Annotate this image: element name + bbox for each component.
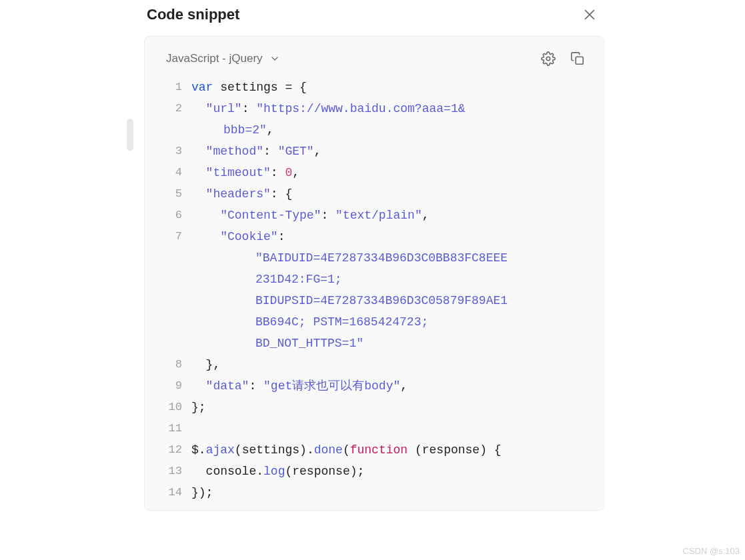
line-number: 5	[159, 183, 191, 205]
svg-rect-3	[576, 57, 583, 64]
modal-header: Code snippet	[144, 3, 604, 36]
code-content: });	[191, 482, 589, 503]
close-button[interactable]	[580, 5, 599, 24]
code-line: 10};	[159, 397, 589, 418]
line-number: 6	[159, 205, 191, 226]
line-number: 2	[159, 98, 191, 119]
code-line: 13 console.log(response);	[159, 461, 589, 482]
line-number: 11	[159, 418, 191, 439]
code-panel: JavaScript - jQuery	[144, 36, 604, 511]
language-label: JavaScript - jQuery	[166, 52, 263, 65]
code-content: };	[191, 397, 589, 418]
copy-button[interactable]	[570, 51, 585, 66]
code-content: "timeout": 0,	[191, 162, 589, 183]
code-line: 2 "url": "https://www.baidu.com?aaa=1&bb…	[159, 98, 589, 141]
code-content: var settings = {	[191, 77, 589, 98]
code-content: "Cookie":"BAIDUID=4E7287334B96D3C0BB83FC…	[191, 226, 589, 354]
line-number: 7	[159, 226, 191, 247]
code-line: 12$.ajax(settings).done(function (respon…	[159, 439, 589, 461]
copy-icon	[570, 51, 585, 66]
code-content: "method": "GET",	[191, 141, 589, 162]
code-line: 8 },	[159, 354, 589, 375]
code-content: "data": "get请求也可以有body",	[191, 375, 589, 397]
line-number: 14	[159, 482, 191, 503]
line-number: 10	[159, 397, 191, 418]
settings-button[interactable]	[541, 51, 556, 66]
code-line: 1var settings = {	[159, 77, 589, 98]
code-line: 11	[159, 418, 589, 439]
modal-title: Code snippet	[147, 6, 239, 23]
code-line: 9 "data": "get请求也可以有body",	[159, 375, 589, 397]
line-number: 4	[159, 162, 191, 183]
gear-icon	[541, 51, 556, 66]
line-number: 3	[159, 141, 191, 162]
panel-actions	[541, 51, 585, 66]
code-line: 3 "method": "GET",	[159, 141, 589, 162]
code-content: },	[191, 354, 589, 375]
line-number: 8	[159, 354, 191, 375]
line-number: 9	[159, 375, 191, 397]
code-line: 4 "timeout": 0,	[159, 162, 589, 183]
code-line: 5 "headers": {	[159, 183, 589, 205]
panel-toolbar: JavaScript - jQuery	[159, 49, 589, 77]
code-content: "Content-Type": "text/plain",	[191, 205, 589, 226]
code-content: "url": "https://www.baidu.com?aaa=1&bbb=…	[191, 98, 589, 141]
code-snippet-modal: Code snippet JavaScript - jQuery	[144, 3, 604, 511]
chevron-down-icon	[269, 53, 280, 64]
code-block[interactable]: 1var settings = {2 "url": "https://www.b…	[159, 77, 589, 503]
code-line: 14});	[159, 482, 589, 503]
code-content: $.ajax(settings).done(function (response…	[191, 439, 589, 461]
close-icon	[582, 7, 597, 22]
line-number: 13	[159, 461, 191, 482]
code-content: console.log(response);	[191, 461, 589, 482]
code-content: "headers": {	[191, 183, 589, 205]
language-selector[interactable]: JavaScript - jQuery	[166, 52, 280, 65]
svg-point-2	[546, 57, 550, 61]
line-number: 12	[159, 439, 191, 461]
code-line: 6 "Content-Type": "text/plain",	[159, 205, 589, 226]
code-line: 7 "Cookie":"BAIDUID=4E7287334B96D3C0BB83…	[159, 226, 589, 354]
scrollbar-handle[interactable]	[127, 119, 133, 151]
line-number: 1	[159, 77, 191, 98]
